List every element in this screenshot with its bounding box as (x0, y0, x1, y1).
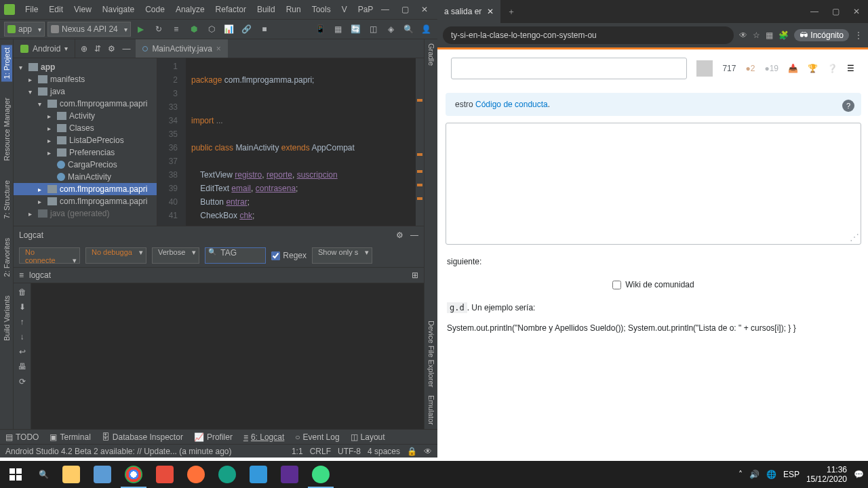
print-icon[interactable]: 🖶 (16, 362, 28, 371)
device-dropdown[interactable]: Nexus 4 API 24 (47, 22, 131, 37)
taskbar-android-studio[interactable] (305, 461, 336, 488)
tree-prefs[interactable]: Preferencias (69, 148, 115, 157)
tree-package[interactable]: com.flmprogamma.papri (60, 99, 147, 108)
url-input[interactable]: ty-si-en-la-clase-lo-tengo-con-system-ou (443, 26, 734, 44)
readonly-icon[interactable]: 👁 (424, 447, 432, 456)
account-icon[interactable]: 👤 (418, 22, 433, 37)
app-inspection-icon[interactable]: ◈ (383, 22, 398, 37)
stackexchange-icon[interactable]: ☰ (847, 64, 854, 73)
status-charset[interactable]: UTF-8 (338, 447, 361, 456)
ide-maximize-icon[interactable]: ▢ (401, 5, 409, 14)
menu-view[interactable]: View (69, 3, 96, 16)
hide-icon[interactable]: — (122, 44, 130, 54)
target-icon[interactable]: ⊕ (81, 44, 87, 54)
tree-java[interactable]: java (50, 87, 65, 96)
bottom-profiler[interactable]: 📈 Profiler (194, 432, 233, 442)
menu-navigate[interactable]: Navigate (98, 3, 139, 16)
menu-vcs[interactable]: V (337, 3, 352, 16)
logcat-settings-icon[interactable]: ⊞ (412, 270, 418, 280)
ide-minimize-icon[interactable]: — (381, 5, 389, 14)
restart-icon[interactable]: ⟳ (16, 377, 28, 386)
logcat-search-input[interactable]: TAG (205, 247, 266, 264)
tab-device-file-explorer[interactable]: Device File Explorer (426, 317, 437, 391)
start-button[interactable] (0, 461, 31, 488)
run-config-dropdown[interactable]: app (4, 22, 45, 37)
tab-favorites[interactable]: 2: Favorites (1, 235, 12, 279)
tree-manifests[interactable]: manifests (50, 75, 85, 84)
collapse-icon[interactable]: ⇵ (94, 44, 101, 54)
tree-activity[interactable]: Activity (69, 111, 95, 121)
logcat-regex-checkbox[interactable]: Regex (271, 251, 307, 260)
coverage-icon[interactable]: ⬡ (204, 22, 219, 37)
conduct-link[interactable]: Código de conducta (475, 100, 548, 109)
menu-icon[interactable]: ⋮ (854, 30, 863, 40)
tray-volume-icon[interactable]: 🔊 (749, 470, 760, 479)
wrap-icon[interactable]: ↩ (16, 347, 28, 357)
taskbar-firefox[interactable] (180, 461, 212, 488)
browser-close-icon[interactable]: ✕ (853, 7, 860, 16)
sdk-icon[interactable]: ▦ (330, 22, 345, 37)
status-position[interactable]: 1:1 (292, 447, 303, 456)
project-view-dropdown[interactable]: Android ▾ (14, 39, 75, 58)
logcat-output[interactable] (31, 283, 424, 429)
trophy-icon[interactable]: 🏆 (808, 64, 818, 73)
debug-icon[interactable]: ⬢ (186, 22, 201, 37)
tab-project[interactable]: 1: Project (1, 45, 12, 81)
run-icon[interactable]: ▶ (134, 22, 149, 37)
help-icon[interactable]: ❔ (827, 64, 837, 73)
menu-edit[interactable]: Edit (44, 3, 68, 16)
tab-build-variants[interactable]: Build Variants (1, 293, 12, 344)
status-indent[interactable]: 4 spaces (368, 447, 400, 456)
menu-refactor[interactable]: Refactor (211, 3, 251, 16)
close-tab-icon[interactable]: ✕ (487, 7, 494, 16)
code-area[interactable]: package com.flmprogamma.papri; import ..… (186, 58, 424, 226)
tree-app[interactable]: app (41, 62, 55, 72)
up-icon[interactable]: ↑ (16, 317, 28, 327)
taskbar-app2[interactable] (212, 461, 243, 488)
tray-lang[interactable]: ESP (783, 470, 800, 479)
attach-icon[interactable]: 🔗 (239, 22, 254, 37)
taskbar-chrome[interactable] (118, 461, 149, 488)
down-icon[interactable]: ↓ (16, 332, 28, 342)
tab-structure[interactable]: 7: Structure (1, 178, 12, 222)
bottom-terminal[interactable]: ▣ Terminal (50, 432, 90, 442)
taskbar-app3[interactable] (243, 461, 274, 488)
taskbar-clock[interactable]: 11:36 15/12/2020 (806, 465, 847, 484)
logcat-hide-icon[interactable]: — (410, 230, 418, 240)
bottom-logcat[interactable]: ≡ 6: Logcat (243, 432, 284, 442)
wiki-checkbox[interactable] (612, 281, 621, 289)
answer-textarea[interactable]: ⋰ (446, 123, 861, 245)
taskbar-explorer[interactable] (56, 461, 87, 488)
taskbar-search-icon[interactable]: 🔍 (31, 461, 56, 488)
file-tab-mainactivity[interactable]: MainActivity.java × (136, 39, 228, 58)
scroll-end-icon[interactable]: ⬇ (16, 302, 28, 312)
taskbar-vs[interactable] (274, 461, 305, 488)
tree-pkg3[interactable]: com.flmprogamma.papri (60, 197, 147, 206)
trash-icon[interactable]: 🗑 (16, 287, 28, 297)
layout-inspector-icon[interactable]: ◫ (366, 22, 380, 37)
incognito-badge[interactable]: 🕶 Incógnito (794, 29, 849, 41)
tray-chevron-icon[interactable]: ˄ (738, 470, 743, 479)
ide-close-icon[interactable]: ✕ (421, 5, 428, 14)
so-search-input[interactable] (451, 58, 687, 79)
menu-file[interactable]: File (20, 3, 43, 16)
menu-tools[interactable]: Tools (307, 3, 336, 16)
taskbar-mail[interactable] (87, 461, 118, 488)
tab-emulator[interactable]: Emulator (426, 391, 437, 429)
puzzle-icon[interactable]: 🧩 (778, 30, 789, 40)
browser-maximize-icon[interactable]: ▢ (832, 7, 840, 16)
logcat-device-select[interactable]: No connecte (19, 247, 80, 264)
avatar[interactable] (696, 60, 713, 77)
profile-icon[interactable]: 📊 (222, 22, 237, 37)
avd-icon[interactable]: 📱 (313, 22, 328, 37)
close-tab-icon[interactable]: × (216, 44, 221, 54)
tab-gradle[interactable]: Gradle (426, 39, 437, 70)
stop-icon[interactable]: ■ (257, 22, 272, 37)
menu-run[interactable]: Run (281, 3, 306, 16)
browser-tab[interactable]: a salida er ✕ (437, 0, 500, 23)
status-line-ending[interactable]: CRLF (310, 447, 331, 456)
bottom-eventlog[interactable]: ○ Event Log (295, 432, 339, 442)
resize-grip-icon[interactable]: ⋰ (850, 232, 859, 243)
bottom-database[interactable]: 🗄 Database Inspector (102, 432, 183, 442)
project-tree[interactable]: ▾app ▸manifests ▾java ▾com.flmprogamma.p… (14, 58, 157, 226)
